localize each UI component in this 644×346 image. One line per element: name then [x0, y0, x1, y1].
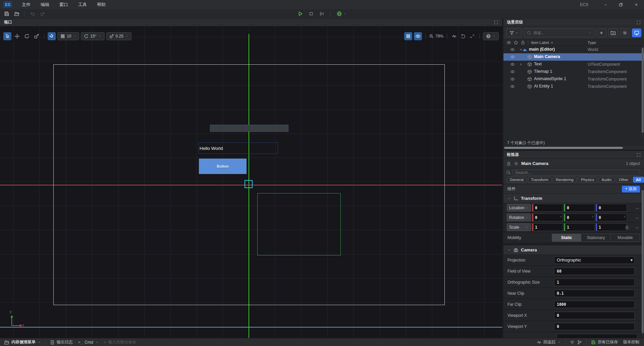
scene-region-rect[interactable]: [257, 193, 341, 255]
mobility-static[interactable]: Static: [552, 234, 581, 241]
viewport-y-field[interactable]: [554, 323, 635, 330]
rotation-z-input[interactable]: [597, 215, 624, 220]
far-clip-input[interactable]: [554, 302, 634, 307]
scale-snap-dropdown[interactable]: 0.25: [106, 32, 131, 40]
tab-other[interactable]: Other: [616, 177, 632, 183]
hierarchy-vertical-scrollbar[interactable]: [642, 47, 644, 139]
star-column-icon[interactable]: [514, 40, 518, 45]
stats-button[interactable]: [450, 33, 458, 40]
rotation-y-input[interactable]: [565, 215, 592, 220]
rotation-x-input[interactable]: [533, 215, 560, 220]
far-clip-field[interactable]: [554, 301, 635, 308]
rotation-y-field[interactable]: °: [564, 214, 595, 221]
scene-button-object[interactable]: Button: [199, 159, 247, 174]
menu-window[interactable]: 窗口: [54, 0, 73, 9]
eye-column-icon[interactable]: [506, 40, 511, 45]
location-y-field[interactable]: [564, 204, 595, 212]
link-values-icon[interactable]: ↔: [635, 205, 639, 210]
save-status[interactable]: 所有已保存: [588, 338, 621, 346]
location-z-field[interactable]: [596, 204, 627, 212]
hierarchy-settings-button[interactable]: [620, 28, 630, 37]
tree-row-animatedsprite[interactable]: AnimatedSprite 1 TransformComponent: [503, 75, 644, 83]
tab-audio[interactable]: Audio: [599, 177, 614, 183]
unlock-icon[interactable]: [506, 161, 511, 166]
location-x-input[interactable]: [533, 206, 563, 210]
unlock-uniform-scale-icon[interactable]: [625, 225, 629, 230]
network-status-button[interactable]: [567, 338, 577, 346]
orthographic-size-field[interactable]: [554, 279, 635, 286]
rotation-snap-dropdown[interactable]: 15°: [81, 32, 104, 40]
scale-y-field[interactable]: [564, 223, 595, 231]
scale-x-field[interactable]: [532, 223, 563, 231]
visibility-eye-icon[interactable]: [510, 77, 515, 81]
scale-z-input[interactable]: [597, 225, 627, 230]
scene-canvas[interactable]: Hello World Button y x 10: [0, 26, 502, 338]
stop-button[interactable]: [307, 10, 315, 18]
tab-transform[interactable]: Transform: [528, 177, 551, 183]
viewport-x-field[interactable]: [554, 312, 635, 319]
scale-y-input[interactable]: [565, 225, 595, 230]
visibility-eye-icon[interactable]: [510, 69, 515, 74]
content-drawer-button[interactable]: 内容侧滑菜单: [1, 338, 44, 346]
tree-row-main-camera[interactable]: Main Camera TransformComponent: [503, 53, 644, 61]
column-type[interactable]: Type: [588, 41, 596, 45]
tree-row-text[interactable]: Text UITextComponent: [503, 61, 644, 68]
scrollbar-thumb[interactable]: [504, 147, 623, 149]
rotate-tool-button[interactable]: [23, 32, 31, 40]
maximize-panel-icon[interactable]: [637, 20, 641, 24]
grid-toggle-button[interactable]: [404, 32, 412, 40]
gear-icon[interactable]: [514, 161, 519, 166]
menu-help[interactable]: 帮助: [92, 0, 111, 9]
tab-rendering[interactable]: Rendering: [553, 177, 577, 183]
open-project-button[interactable]: [13, 10, 21, 18]
chevron-right-icon[interactable]: [519, 62, 523, 66]
inspector-search-input[interactable]: [515, 170, 638, 175]
scrollbar-thumb[interactable]: [642, 190, 644, 333]
close-button[interactable]: ×: [629, 0, 644, 9]
app-logo[interactable]: ES: [3, 1, 12, 8]
hierarchy-horizontal-scrollbar[interactable]: [503, 146, 644, 150]
redo-button[interactable]: [39, 10, 47, 18]
near-clip-input[interactable]: [554, 291, 634, 296]
hierarchy-search[interactable]: [524, 28, 594, 37]
expand-view-button[interactable]: [469, 33, 476, 40]
visibility-eye-icon[interactable]: [510, 62, 515, 67]
display-mode-button[interactable]: [632, 28, 641, 37]
filter-dropdown[interactable]: [506, 28, 522, 37]
partial-input-field[interactable]: [557, 334, 637, 338]
inspector-vertical-scrollbar[interactable]: [642, 189, 644, 337]
maximize-button[interactable]: [613, 0, 629, 9]
scale-z-field[interactable]: [596, 223, 627, 231]
version-control-button[interactable]: 版本控制: [621, 338, 642, 346]
location-y-input[interactable]: [565, 206, 595, 210]
lock-column-icon[interactable]: [521, 40, 525, 45]
maximize-panel-icon[interactable]: [637, 153, 641, 157]
tab-all[interactable]: All: [633, 177, 644, 183]
select-tool-button[interactable]: [3, 32, 11, 40]
scale-dropdown[interactable]: Scale: [507, 223, 531, 231]
add-folder-button[interactable]: [608, 28, 618, 37]
location-dropdown[interactable]: Location: [507, 204, 531, 212]
scene-text-object[interactable]: Hello World: [199, 142, 278, 154]
location-x-field[interactable]: [532, 204, 563, 212]
location-z-input[interactable]: [597, 206, 627, 210]
output-log-button[interactable]: 输出日志: [47, 338, 75, 346]
inspector-search-box[interactable]: [513, 169, 640, 176]
step-button[interactable]: [318, 10, 326, 18]
field-of-view-field[interactable]: [554, 268, 635, 275]
visibility-eye-icon[interactable]: [510, 84, 515, 89]
undo-button[interactable]: [29, 10, 37, 18]
visibility-eye-icon[interactable]: [510, 55, 515, 59]
projection-select[interactable]: Orthographic ▾: [554, 256, 635, 264]
add-entity-button[interactable]: [597, 28, 606, 37]
trace-dropdown[interactable]: 回追踪: [534, 338, 564, 346]
snap-toggle-button[interactable]: [48, 32, 56, 40]
maximize-panel-icon[interactable]: [494, 20, 498, 24]
sort-ascending-icon[interactable]: ▲: [551, 41, 553, 44]
rotation-x-field[interactable]: °: [532, 214, 563, 221]
menu-file[interactable]: 文件: [17, 0, 36, 9]
cmd-dropdown[interactable]: >_ Cmd: [75, 338, 101, 346]
menu-edit[interactable]: 编辑: [36, 0, 54, 9]
reset-view-button[interactable]: [460, 33, 467, 40]
play-button[interactable]: [297, 10, 305, 18]
